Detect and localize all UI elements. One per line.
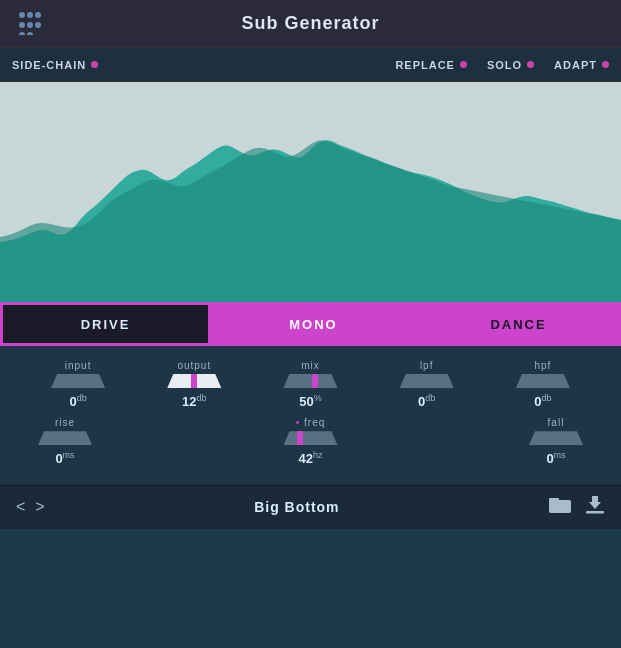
- output-fader-notch: [191, 374, 197, 388]
- preset-name: Big Bottom: [254, 499, 339, 515]
- lpf-control[interactable]: lpf 0db: [392, 360, 462, 409]
- footer-actions: [549, 495, 605, 520]
- input-control[interactable]: input 0db: [43, 360, 113, 409]
- adapt-dot: [602, 61, 609, 68]
- lpf-fader[interactable]: [400, 374, 454, 388]
- svg-point-0: [19, 12, 25, 18]
- rise-control[interactable]: rise 0ms: [30, 417, 100, 466]
- rise-value: 0ms: [55, 450, 74, 466]
- controls-area: input 0db output 12db mix 50%: [0, 346, 621, 485]
- mix-fader[interactable]: [283, 374, 337, 388]
- freq-value: 42hz: [299, 450, 323, 466]
- input-fader[interactable]: [51, 374, 105, 388]
- svg-marker-12: [589, 496, 601, 509]
- svg-point-5: [19, 32, 25, 35]
- mix-control[interactable]: mix 50%: [275, 360, 345, 409]
- freq-control[interactable]: • freq 42hz: [276, 417, 346, 466]
- mono-button[interactable]: MONO: [211, 302, 416, 346]
- logo: [16, 7, 52, 40]
- footer: < > Big Bottom: [0, 485, 621, 529]
- svg-point-1: [27, 12, 33, 18]
- waveform-svg: [0, 82, 621, 302]
- freq-dot: •: [296, 417, 301, 428]
- freq-label: • freq: [296, 417, 326, 428]
- fall-control[interactable]: fall 0ms: [521, 417, 591, 466]
- fall-label: fall: [548, 417, 565, 428]
- input-label: input: [65, 360, 92, 371]
- svg-point-6: [27, 32, 33, 35]
- next-preset-button[interactable]: >: [35, 498, 44, 516]
- replace-button[interactable]: REPLACE: [395, 59, 467, 71]
- svg-point-3: [19, 22, 25, 28]
- preset-navigation: < >: [16, 498, 45, 516]
- controls-row-1: input 0db output 12db mix 50%: [20, 360, 601, 409]
- replace-dot: [460, 61, 467, 68]
- svg-point-4: [27, 22, 33, 28]
- output-fader[interactable]: [167, 374, 221, 388]
- folder-icon[interactable]: [549, 495, 571, 520]
- hpf-label: hpf: [534, 360, 551, 371]
- mix-value: 50%: [299, 393, 321, 409]
- solo-dot: [527, 61, 534, 68]
- sidechain-button[interactable]: SIDE-CHAIN: [12, 59, 98, 71]
- solo-button[interactable]: SOLO: [487, 59, 534, 71]
- adapt-label: ADAPT: [554, 59, 597, 71]
- mix-label: mix: [301, 360, 320, 371]
- fall-value: 0ms: [546, 450, 565, 466]
- hpf-fader[interactable]: [516, 374, 570, 388]
- drive-button[interactable]: DRIVE: [0, 302, 208, 346]
- output-label: output: [177, 360, 211, 371]
- lpf-label: lpf: [420, 360, 434, 371]
- hpf-value: 0db: [534, 393, 551, 409]
- fall-fader[interactable]: [529, 431, 583, 445]
- svg-point-2: [35, 12, 41, 18]
- replace-label: REPLACE: [395, 59, 455, 71]
- svg-rect-10: [549, 498, 559, 502]
- sidechain-label: SIDE-CHAIN: [12, 59, 86, 71]
- mode-bar: DRIVE MONO DANCE: [0, 302, 621, 346]
- download-icon[interactable]: [585, 495, 605, 520]
- svg-point-7: [35, 22, 41, 28]
- rise-label: rise: [55, 417, 75, 428]
- solo-label: SOLO: [487, 59, 522, 71]
- dance-button[interactable]: DANCE: [416, 302, 621, 346]
- freq-fader-notch: [297, 431, 303, 445]
- rise-fader[interactable]: [38, 431, 92, 445]
- output-value: 12db: [182, 393, 206, 409]
- hpf-control[interactable]: hpf 0db: [508, 360, 578, 409]
- input-value: 0db: [69, 393, 86, 409]
- output-control[interactable]: output 12db: [159, 360, 229, 409]
- sidechain-dot: [91, 61, 98, 68]
- freq-fader[interactable]: [284, 431, 338, 445]
- header: Sub Generator: [0, 0, 621, 48]
- lpf-value: 0db: [418, 393, 435, 409]
- app-title: Sub Generator: [241, 13, 379, 34]
- mix-fader-notch: [312, 374, 318, 388]
- prev-preset-button[interactable]: <: [16, 498, 25, 516]
- controls-row-2: rise 0ms • freq 42hz fall: [20, 417, 601, 466]
- svg-rect-11: [586, 511, 604, 514]
- adapt-button[interactable]: ADAPT: [554, 59, 609, 71]
- waveform-display: [0, 82, 621, 302]
- navbar: SIDE-CHAIN REPLACE SOLO ADAPT: [0, 48, 621, 82]
